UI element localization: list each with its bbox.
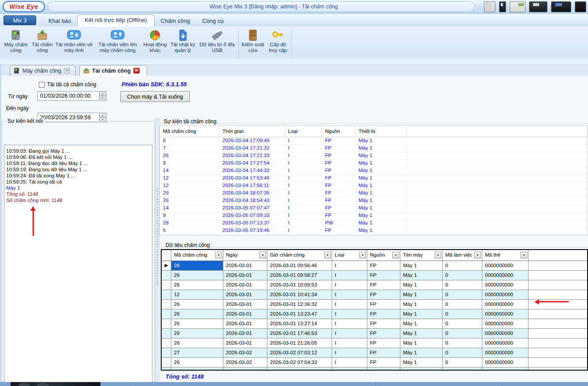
tab-close-icon[interactable]: ✕ — [64, 68, 70, 74]
table-cell[interactable]: I — [332, 280, 367, 290]
table-cell[interactable]: 0 — [443, 368, 482, 371]
table-cell[interactable]: Máy 1 — [400, 319, 443, 328]
table-cell[interactable]: 0 — [443, 348, 482, 357]
table-cell[interactable]: 0000000000 — [482, 290, 529, 299]
table-row[interactable]: 262026-03-012026-03-01 12:36:32IFPMáy 10… — [162, 300, 587, 309]
table-cell[interactable]: 0000000000 — [482, 300, 529, 309]
ribbon-button-log-download[interactable]: Tải nhật ký quản lý — [168, 28, 197, 53]
table-cell[interactable]: 2026-03-01 17:46:53 — [267, 329, 332, 338]
table-cell[interactable]: 0 — [443, 338, 482, 348]
table-cell[interactable]: FP — [367, 358, 400, 367]
table-cell[interactable]: 2026-03-01 — [223, 329, 267, 338]
table-cell[interactable]: 0000000000 — [482, 309, 529, 319]
row-selector[interactable] — [162, 309, 171, 319]
filter-dropdown-icon[interactable]: ▾ — [324, 252, 331, 258]
row-selector[interactable] — [162, 368, 171, 371]
table-cell[interactable]: 26 — [171, 261, 223, 270]
column-header[interactable]: Thời gian — [219, 126, 285, 137]
spin-down-icon[interactable]: ▼ — [100, 96, 106, 100]
table-cell[interactable]: 2026-03-02 07:04:33 — [267, 358, 332, 367]
filter-dropdown-icon[interactable]: ▾ — [521, 252, 527, 258]
table-cell[interactable]: Máy 1 — [400, 271, 443, 280]
table-cell[interactable]: 0 — [443, 309, 482, 319]
row-selector[interactable] — [162, 271, 171, 280]
table-cell[interactable]: FP — [367, 338, 400, 348]
table-cell[interactable]: Máy 1 — [400, 309, 443, 319]
menu-item-khai-b-o[interactable]: Khai báo — [42, 15, 77, 26]
table-cell[interactable]: FP — [367, 261, 400, 270]
row-selector[interactable] — [162, 300, 171, 309]
table-cell[interactable]: 2026-03-01 12:36:32 — [267, 300, 332, 309]
table-cell[interactable]: 2026-03-01 21:26:05 — [267, 338, 332, 348]
ribbon-button-key[interactable]: Cấp độ truy cập — [266, 28, 290, 53]
table-row[interactable]: 122026-03-012026-03-01 10:41:34IFPMáy 10… — [162, 290, 587, 300]
table-cell[interactable]: 2026-03-01 10:41:34 — [267, 290, 332, 299]
table-cell[interactable]: I — [332, 300, 367, 309]
table-row[interactable]: 62026-03-04 17:09:45IFPMáy 1 — [160, 137, 588, 145]
table-cell[interactable]: 12 — [171, 290, 223, 299]
column-header[interactable]: Mã chấm công — [160, 126, 219, 137]
table-cell[interactable]: Máy 1 — [400, 329, 443, 338]
table-cell[interactable]: 26 — [171, 280, 223, 290]
filter-dropdown-icon[interactable]: ▾ — [435, 252, 441, 258]
table-cell[interactable]: 0 — [443, 329, 482, 338]
column-header[interactable]: Ngày▾ — [223, 250, 267, 261]
column-header[interactable]: Loại — [285, 126, 322, 137]
table-cell[interactable]: 2026-03-01 13:27:14 — [267, 319, 332, 328]
column-header[interactable]: Giờ chấm công▾ — [267, 250, 332, 261]
row-selector[interactable]: ▶ — [162, 261, 171, 270]
table-row[interactable]: 272026-03-022026-03-02 07:03:12IFPMáy 10… — [162, 348, 587, 358]
table-cell[interactable]: 0000000000 — [482, 358, 529, 367]
table-cell[interactable]: FP — [367, 271, 400, 280]
table-cell[interactable]: 9 — [171, 368, 223, 371]
table-cell[interactable]: 2026-03-02 — [223, 348, 267, 357]
filter-dropdown-icon[interactable]: ▾ — [392, 252, 399, 258]
table-cell[interactable]: 26 — [171, 300, 223, 309]
row-selector[interactable] — [162, 338, 171, 348]
table-row[interactable]: 142026-03-04 17:44:32IFPMáy 1 — [160, 167, 588, 175]
table-row[interactable]: 262026-03-012026-03-01 09:58:27IFPMáy 10… — [162, 271, 587, 280]
table-cell[interactable]: 2026-03-01 — [223, 319, 267, 328]
table-cell[interactable]: 26 — [171, 309, 223, 319]
table-cell[interactable]: I — [332, 290, 367, 299]
table-row[interactable]: ▶262026-03-012026-03-01 09:56:46IFPMáy 1… — [162, 261, 587, 271]
table-cell[interactable]: 2026-03-01 — [223, 300, 267, 309]
column-header[interactable]: Nguồn▾ — [367, 250, 400, 261]
column-header[interactable]: Mã làm việc▾ — [443, 250, 482, 261]
ribbon-button-usb-drive[interactable]: Dữ liệu từ ổ đĩa USB — [197, 28, 237, 53]
table-cell[interactable]: 0 — [443, 300, 482, 309]
filter-dropdown-icon[interactable]: ▾ — [359, 252, 366, 258]
table-cell[interactable]: 0 — [443, 358, 482, 367]
table-cell[interactable]: FP — [367, 368, 400, 371]
table-cell[interactable]: I — [332, 338, 367, 348]
table-cell[interactable]: 0 — [443, 319, 482, 328]
column-header[interactable]: Mã thẻ▾ — [482, 250, 529, 261]
table-cell[interactable]: I — [332, 358, 367, 367]
download-all-checkbox[interactable] — [39, 82, 44, 88]
table-row[interactable]: 122026-03-04 17:53:45IFPMáy 1 — [160, 175, 588, 182]
row-selector[interactable] — [162, 319, 171, 328]
table-cell[interactable]: 2026-03-01 — [223, 309, 267, 319]
table-cell[interactable]: I — [332, 319, 367, 328]
table-row[interactable]: 282026-03-05 07:13:37IPWMáy 1 — [160, 220, 588, 227]
table-cell[interactable]: I — [332, 271, 367, 280]
table-row[interactable]: 262026-03-012026-03-01 13:27:14IFPMáy 10… — [162, 319, 587, 329]
table-row[interactable]: 262026-03-04 18:54:43IFPMáy 1 — [160, 197, 588, 205]
table-cell[interactable]: 0000000000 — [482, 368, 529, 371]
table-cell[interactable]: 2026-03-01 — [223, 271, 267, 280]
table-row[interactable]: 72026-03-04 17:21:32IFPMáy 1 — [160, 145, 588, 152]
table-cell[interactable]: 2026-03-02 07:03:12 — [267, 348, 332, 357]
table-cell[interactable]: 0000000000 — [482, 261, 529, 270]
row-selector[interactable] — [162, 280, 171, 290]
table-cell[interactable]: FP — [367, 280, 400, 290]
table-row[interactable]: 122026-03-04 17:56:11IFPMáy 1 — [160, 182, 588, 190]
column-header[interactable]: Nguồn — [322, 126, 355, 137]
table-cell[interactable]: 0000000000 — [482, 348, 529, 357]
table-cell[interactable]: FP — [367, 329, 400, 338]
table-cell[interactable]: 2026-03-01 — [223, 290, 267, 299]
ribbon-button-user-download[interactable]: Tải nhân viên về máy tính — [55, 28, 93, 53]
table-cell[interactable]: FP — [367, 300, 400, 309]
table-cell[interactable]: 2026-03-02 07:10:43 — [267, 368, 332, 371]
table-row[interactable]: 92026-03-022026-03-02 07:10:43IFPMáy 100… — [162, 368, 587, 371]
table-cell[interactable]: Máy 1 — [400, 368, 443, 371]
